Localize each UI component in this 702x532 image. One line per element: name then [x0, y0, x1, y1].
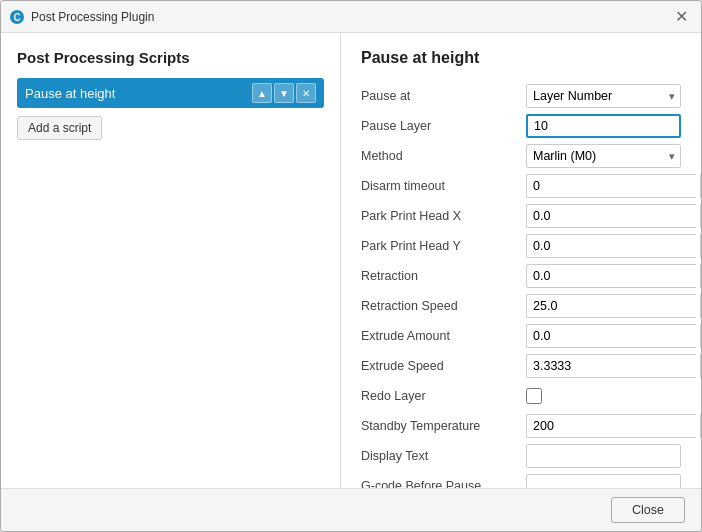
disarm-timeout-input[interactable]: [526, 174, 696, 198]
retraction-label: Retraction: [361, 269, 526, 283]
park-head-y-control: mm: [526, 234, 701, 258]
script-controls: ▲ ▼ ✕: [252, 83, 316, 103]
display-text-control: [526, 444, 681, 468]
redo-layer-row: Redo Layer: [361, 383, 681, 409]
disarm-timeout-unit: s: [700, 174, 701, 198]
extrude-amount-control: mm: [526, 324, 701, 348]
disarm-timeout-control: s: [526, 174, 701, 198]
park-head-x-label: Park Print Head X: [361, 209, 526, 223]
pause-at-label: Pause at: [361, 89, 526, 103]
retraction-speed-unit: mm/s: [700, 294, 701, 318]
display-text-input[interactable]: [526, 444, 681, 468]
retraction-speed-row: Retraction Speed mm/s: [361, 293, 681, 319]
pause-layer-row: Pause Layer: [361, 113, 681, 139]
add-script-button[interactable]: Add a script: [17, 116, 102, 140]
extrude-speed-control: mm/s: [526, 354, 701, 378]
remove-script-button[interactable]: ✕: [296, 83, 316, 103]
gcode-before-input[interactable]: [526, 474, 681, 488]
park-head-x-row: Park Print Head X mm: [361, 203, 681, 229]
title-bar-text: Post Processing Plugin: [31, 10, 669, 24]
retraction-speed-input[interactable]: [526, 294, 696, 318]
method-label: Method: [361, 149, 526, 163]
main-window: C Post Processing Plugin ✕ Post Processi…: [0, 0, 702, 532]
move-down-button[interactable]: ▼: [274, 83, 294, 103]
close-window-button[interactable]: ✕: [669, 5, 693, 29]
standby-temp-control: °C: [526, 414, 701, 438]
park-head-x-unit: mm: [700, 204, 701, 228]
standby-temp-input[interactable]: [526, 414, 696, 438]
park-head-y-row: Park Print Head Y mm: [361, 233, 681, 259]
gcode-before-label: G-code Before Pause: [361, 479, 526, 488]
extrude-amount-row: Extrude Amount mm: [361, 323, 681, 349]
standby-temp-label: Standby Temperature: [361, 419, 526, 433]
retraction-speed-label: Retraction Speed: [361, 299, 526, 313]
extrude-amount-input[interactable]: [526, 324, 696, 348]
app-icon: C: [9, 9, 25, 25]
park-head-x-input[interactable]: [526, 204, 696, 228]
extrude-speed-label: Extrude Speed: [361, 359, 526, 373]
script-item-pause-at-height[interactable]: Pause at height ▲ ▼ ✕: [17, 78, 324, 108]
extrude-amount-label: Extrude Amount: [361, 329, 526, 343]
standby-temp-row: Standby Temperature °C: [361, 413, 681, 439]
retraction-control: mm: [526, 264, 701, 288]
right-panel: Pause at height Pause at Layer Number He…: [341, 33, 701, 488]
disarm-timeout-row: Disarm timeout s: [361, 173, 681, 199]
pause-at-control: Layer Number Height: [526, 84, 681, 108]
method-select[interactable]: Marlin (M0) Griffin RepRap (M25): [526, 144, 681, 168]
extrude-speed-row: Extrude Speed mm/s: [361, 353, 681, 379]
title-bar: C Post Processing Plugin ✕: [1, 1, 701, 33]
display-text-row: Display Text: [361, 443, 681, 469]
park-head-y-input[interactable]: [526, 234, 696, 258]
pause-at-select[interactable]: Layer Number Height: [526, 84, 681, 108]
pause-at-select-wrapper: Layer Number Height: [526, 84, 681, 108]
left-panel: Post Processing Scripts Pause at height …: [1, 33, 341, 488]
retraction-input[interactable]: [526, 264, 696, 288]
retraction-speed-control: mm/s: [526, 294, 701, 318]
redo-layer-label: Redo Layer: [361, 389, 526, 403]
gcode-before-control: [526, 474, 681, 488]
method-row: Method Marlin (M0) Griffin RepRap (M25): [361, 143, 681, 169]
extrude-speed-input[interactable]: [526, 354, 696, 378]
display-text-label: Display Text: [361, 449, 526, 463]
method-control: Marlin (M0) Griffin RepRap (M25): [526, 144, 681, 168]
close-button[interactable]: Close: [611, 497, 685, 523]
svg-text:C: C: [13, 12, 20, 23]
pause-layer-input[interactable]: [526, 114, 681, 138]
pause-layer-control: [526, 114, 681, 138]
extrude-speed-unit: mm/s: [700, 354, 701, 378]
left-panel-title: Post Processing Scripts: [17, 49, 324, 66]
standby-temp-unit: °C: [700, 414, 701, 438]
park-head-y-unit: mm: [700, 234, 701, 258]
park-head-x-control: mm: [526, 204, 701, 228]
pause-layer-label: Pause Layer: [361, 119, 526, 133]
move-up-button[interactable]: ▲: [252, 83, 272, 103]
content-area: Post Processing Scripts Pause at height …: [1, 33, 701, 488]
retraction-row: Retraction mm: [361, 263, 681, 289]
redo-layer-checkbox[interactable]: [526, 388, 542, 404]
disarm-timeout-label: Disarm timeout: [361, 179, 526, 193]
park-head-y-label: Park Print Head Y: [361, 239, 526, 253]
script-item-label: Pause at height: [25, 86, 252, 101]
pause-at-row: Pause at Layer Number Height: [361, 83, 681, 109]
gcode-before-row: G-code Before Pause: [361, 473, 681, 488]
footer: Close: [1, 488, 701, 531]
redo-layer-control: [526, 388, 681, 404]
method-select-wrapper: Marlin (M0) Griffin RepRap (M25): [526, 144, 681, 168]
retraction-unit: mm: [700, 264, 701, 288]
extrude-amount-unit: mm: [700, 324, 701, 348]
right-panel-title: Pause at height: [361, 49, 681, 67]
